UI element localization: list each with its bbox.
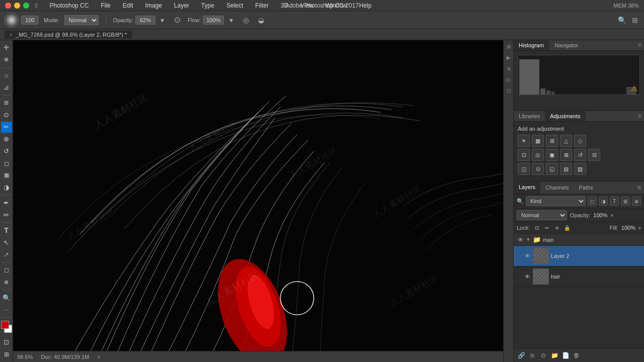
- menu-image[interactable]: Image: [143, 1, 164, 10]
- tool-spot-heal[interactable]: ⊙: [1, 110, 12, 121]
- adj-brightness-icon[interactable]: ☀: [518, 135, 530, 147]
- link-layers-icon[interactable]: 🔗: [517, 351, 526, 360]
- adj-bw-icon[interactable]: ▣: [546, 149, 558, 161]
- tool-eraser[interactable]: ◻: [1, 158, 12, 169]
- tool-marquee[interactable]: ⊕: [1, 54, 12, 65]
- adj-exposure-icon[interactable]: △: [560, 135, 572, 147]
- tool-move[interactable]: ✛: [1, 42, 12, 53]
- layer-group-man[interactable]: 👁 ▼ 📁 man: [514, 234, 644, 246]
- adj-curves-icon[interactable]: ⊞: [546, 135, 558, 147]
- extra-icon[interactable]: ◒: [256, 15, 266, 25]
- tab-libraries[interactable]: Libraries: [514, 111, 545, 121]
- hair-visibility[interactable]: 👁: [524, 273, 531, 280]
- tab-layers[interactable]: Layers: [514, 182, 540, 194]
- filter-shape-icon[interactable]: ⊞: [621, 197, 630, 206]
- tool-lasso[interactable]: ○: [1, 70, 12, 81]
- tool-direct-sel[interactable]: ↗: [1, 249, 12, 260]
- lock-position-icon[interactable]: ✛: [553, 224, 561, 232]
- lock-all-icon[interactable]: 🔒: [563, 224, 571, 232]
- lock-transparent-icon[interactable]: ⊡: [533, 224, 541, 232]
- tool-dodge[interactable]: ◑: [1, 182, 12, 193]
- delete-layer-icon[interactable]: 🗑: [572, 351, 581, 360]
- tool-crop[interactable]: ⊞: [1, 98, 12, 109]
- adj-panel-menu[interactable]: ≡: [635, 111, 644, 120]
- tab-close-icon[interactable]: ×: [10, 32, 13, 38]
- fill-arrow[interactable]: ▾: [638, 225, 641, 231]
- adj-gradient-icon[interactable]: ▤: [560, 163, 572, 175]
- tab-navigator[interactable]: Navigator: [549, 40, 584, 50]
- close-button[interactable]: [5, 3, 11, 9]
- filter-pixel-icon[interactable]: ◻: [588, 197, 597, 206]
- layer-item-hair[interactable]: 👁 hair: [514, 266, 644, 287]
- tab-channels[interactable]: Channels: [540, 182, 574, 193]
- smoothing-icon[interactable]: ◎: [241, 15, 251, 25]
- foreground-color-swatch[interactable]: [1, 321, 9, 329]
- maximize-button[interactable]: [23, 3, 29, 9]
- menu-layer[interactable]: Layer: [172, 1, 191, 10]
- tool-brush[interactable]: ✏: [1, 122, 12, 133]
- menu-help[interactable]: Help: [357, 1, 374, 10]
- tool-3d[interactable]: ⊕: [1, 277, 12, 288]
- filter-adj-icon[interactable]: ◑: [599, 197, 608, 206]
- menu-photoshop[interactable]: Photoshop CC: [47, 1, 91, 10]
- adj-poster-icon[interactable]: ⊙: [532, 163, 544, 175]
- lock-paint-icon[interactable]: ✏: [543, 224, 551, 232]
- menu-edit[interactable]: Edit: [121, 1, 135, 10]
- layer2-visibility[interactable]: 👁: [524, 252, 531, 259]
- adj-threshold-icon[interactable]: ◱: [546, 163, 558, 175]
- group-expand-icon[interactable]: ▼: [526, 237, 531, 242]
- screen-mode-btn[interactable]: ⊞: [1, 349, 12, 360]
- adj-photo-icon[interactable]: ⊠: [560, 149, 572, 161]
- airbrush-icon[interactable]: ⊙: [173, 15, 183, 25]
- add-mask-icon[interactable]: ⊙: [539, 351, 548, 360]
- menu-file[interactable]: File: [99, 1, 112, 10]
- adj-invert-icon[interactable]: ◫: [518, 163, 530, 175]
- fill-value[interactable]: 100%: [621, 225, 635, 231]
- layers-panel-menu-icon[interactable]: ≡: [634, 183, 644, 193]
- search-icon[interactable]: 🔍: [617, 15, 627, 25]
- workspace-icon[interactable]: ⊞: [630, 15, 640, 25]
- layer-man-visibility[interactable]: 👁: [517, 236, 524, 243]
- tab-histogram[interactable]: Histogram: [514, 40, 549, 50]
- menu-filter[interactable]: Filter: [253, 1, 271, 10]
- panel-collapse-btn-3[interactable]: ⊕: [505, 64, 513, 72]
- menu-select[interactable]: Select: [224, 1, 245, 10]
- layer-item-layer2[interactable]: 👁 Layer 2: [514, 246, 644, 266]
- filter-smart-icon[interactable]: ⊕: [632, 197, 641, 206]
- new-layer-icon[interactable]: 📄: [561, 351, 570, 360]
- tool-history-brush[interactable]: ↺: [1, 146, 12, 157]
- tool-shape[interactable]: ◻: [1, 264, 12, 276]
- adj-hsl-icon[interactable]: ⊡: [518, 149, 530, 161]
- new-group-icon[interactable]: 📁: [550, 351, 559, 360]
- canvas-area[interactable]: 人人素材社区 人人素材社区 人人素材社区 人人素材社区 人人素材社区 人人素材社…: [13, 40, 503, 362]
- kind-dropdown[interactable]: Kind Name Effect Mode Attribute Color Sm…: [526, 196, 586, 206]
- histogram-panel-menu[interactable]: ≡: [635, 40, 644, 49]
- fx-icon[interactable]: fx: [528, 351, 537, 360]
- mode-dropdown[interactable]: Normal Multiply Screen Overlay: [64, 15, 99, 25]
- adj-channel-icon[interactable]: ↺: [574, 149, 586, 161]
- opacity-value[interactable]: 62%: [135, 16, 155, 25]
- filter-type-icon[interactable]: T: [610, 197, 619, 206]
- quick-mask-btn[interactable]: ⊡: [1, 337, 12, 348]
- panel-collapse-btn-4[interactable]: ◎: [505, 75, 513, 83]
- adj-colorbal-icon[interactable]: ◎: [532, 149, 544, 161]
- opacity-row-value[interactable]: 100%: [593, 212, 607, 218]
- tool-path-sel[interactable]: ↖: [1, 237, 12, 248]
- doc-arrow[interactable]: >: [97, 354, 100, 360]
- adj-coloreq-icon[interactable]: ⊟: [588, 149, 600, 161]
- tool-zoom[interactable]: 🔍: [1, 292, 12, 303]
- panel-collapse-btn-5[interactable]: ⊡: [505, 86, 513, 95]
- tab-paths[interactable]: Paths: [574, 182, 598, 193]
- adj-vibrance-icon[interactable]: ◇: [574, 135, 586, 147]
- panel-collapse-btn-1[interactable]: ⊞: [505, 42, 513, 50]
- tool-extra[interactable]: ···: [1, 304, 12, 315]
- tool-clone[interactable]: ⊕: [1, 134, 12, 145]
- tool-pen2[interactable]: ✏: [1, 209, 12, 220]
- layer-mode-dropdown[interactable]: Normal Multiply Screen Overlay Soft Ligh…: [517, 210, 567, 220]
- menu-type[interactable]: Type: [199, 1, 216, 10]
- adj-levels-icon[interactable]: ▦: [532, 135, 544, 147]
- flow-dropdown-icon[interactable]: ▾: [226, 15, 236, 25]
- tool-text[interactable]: T: [1, 225, 12, 236]
- tool-eyedropper[interactable]: ⊿: [1, 82, 12, 93]
- minimize-button[interactable]: [14, 3, 20, 9]
